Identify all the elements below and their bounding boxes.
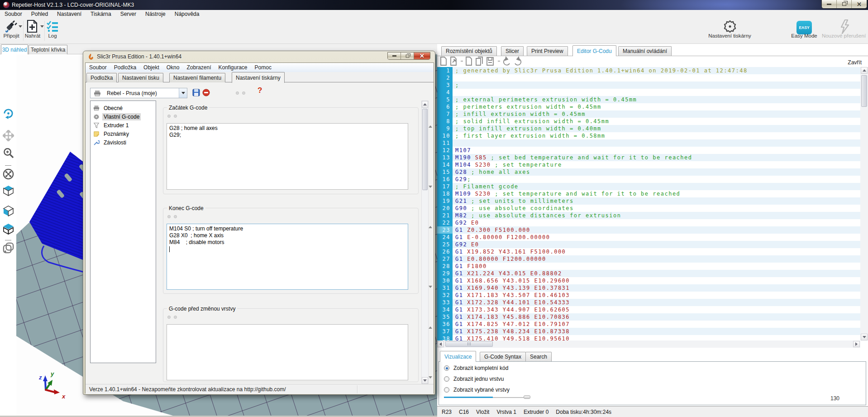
- menu-item[interactable]: Soubor: [0, 11, 27, 17]
- delete-preset-icon[interactable]: [202, 89, 210, 96]
- upload-dropdown-arrow[interactable]: [40, 25, 44, 28]
- gcode-line[interactable]: 30G1 X168.656 Y43.015 E10.29600: [437, 277, 860, 284]
- gcode-textarea[interactable]: G28 ; home all axes G29;: [167, 123, 408, 190]
- printer-settings-label[interactable]: Nastavení tiskárny: [708, 33, 751, 38]
- layer-slider-track[interactable]: [493, 397, 524, 398]
- zoom-icon[interactable]: [3, 147, 14, 158]
- layer-slider-filled[interactable]: [444, 397, 493, 398]
- gcode-line[interactable]: 19G21 ; set units to millimeters: [437, 197, 860, 205]
- gcode-line[interactable]: 5; external perimeters extrusion width =…: [437, 96, 860, 103]
- view-isometric-icon[interactable]: [3, 185, 14, 196]
- radio-label[interactable]: Zobrazit jednu vrstvu: [453, 376, 504, 382]
- gcode-textarea[interactable]: [167, 324, 408, 380]
- menu-item[interactable]: Pohled: [27, 11, 52, 17]
- gcode-editor[interactable]: 1; generated by Slic3r Prusa Edition 1.4…: [437, 67, 860, 340]
- gcode-line[interactable]: 20G90 ; use absolute coordinates: [437, 205, 860, 212]
- menu-item[interactable]: Server: [116, 11, 141, 17]
- tab-print-preview[interactable]: Print Preview: [527, 46, 568, 56]
- connect-icon[interactable]: [4, 20, 17, 34]
- upload-icon[interactable]: [26, 19, 38, 33]
- tab-temperature-curve[interactable]: Teplotní křivka: [29, 45, 67, 54]
- gcode-line[interactable]: 33G1 X172.328 Y44.101 E10.54333: [437, 299, 860, 306]
- tab-manu-ln-ovl-d-n-[interactable]: Manuální ovládání: [618, 46, 672, 56]
- printer-preset-combo[interactable]: Rebel - Prusa (moje): [90, 88, 187, 98]
- gcode-line[interactable]: 17; Filament gcode: [437, 183, 860, 190]
- tab-search[interactable]: Search: [525, 352, 552, 361]
- gcode-line[interactable]: 24G1 E-0.80000 F1200.00000: [437, 234, 860, 241]
- gcode-line[interactable]: 9; top infill extrusion width = 0.40mm: [437, 125, 860, 132]
- menu-item[interactable]: Konfigurace: [215, 64, 251, 71]
- settings-scrollbar[interactable]: [421, 101, 429, 384]
- gcode-line[interactable]: 3;: [437, 81, 860, 89]
- gcode-line[interactable]: 14M104 S230 ; set temperature: [437, 161, 860, 168]
- menu-item[interactable]: Tiskárna: [86, 11, 116, 17]
- gcode-line[interactable]: 25G92 E0: [437, 241, 860, 248]
- radio-zobrazit-kompletn-k-d[interactable]: [444, 365, 449, 371]
- radio-zobrazit-jednu-vrstvu[interactable]: [444, 376, 449, 382]
- settings-item-obecn-[interactable]: Obecné: [91, 104, 156, 112]
- tab-nastaven-filamentu[interactable]: Nastavení filamentu: [169, 73, 225, 82]
- gcode-line[interactable]: 16G29;: [437, 176, 860, 183]
- gcode-line[interactable]: 11: [437, 139, 860, 147]
- gcode-line[interactable]: 6; perimeters extrusion width = 0.45mm: [437, 103, 860, 110]
- easy-mode-label[interactable]: Easy Mode: [791, 33, 818, 38]
- layer-slider-thumb[interactable]: [524, 395, 530, 399]
- gcode-line[interactable]: 8; solid infill extrusion width = 0.45mm: [437, 118, 860, 125]
- close-button[interactable]: ✕: [852, 0, 867, 8]
- log-icon[interactable]: [46, 20, 59, 33]
- gcode-line[interactable]: 4: [437, 89, 860, 96]
- gcode-line[interactable]: 34G1 X173.343 Y44.907 E10.62605: [437, 306, 860, 313]
- rotate-view-icon[interactable]: [3, 108, 14, 119]
- tab-vizualizace[interactable]: Vizualizace: [440, 351, 476, 362]
- gcode-line[interactable]: 2: [437, 74, 860, 81]
- gcode-line[interactable]: 31G1 X169.940 Y43.139 E10.37831: [437, 284, 860, 292]
- tab-editor-g-codu[interactable]: Editor G-Codu: [572, 45, 616, 56]
- gcode-line[interactable]: 35G1 X174.183 Y45.886 E10.70836: [437, 313, 860, 321]
- connect-label[interactable]: Připojit: [0, 33, 23, 38]
- tab-rozm-st-n-objekt-[interactable]: Rozmístění objektů: [441, 46, 497, 56]
- radio-zobrazit-vybran-vrstvy[interactable]: [444, 387, 449, 393]
- gcode-line[interactable]: 27G1 E0.80000 F1200.00000: [437, 255, 860, 263]
- easy-mode-icon[interactable]: EASY: [796, 21, 812, 34]
- slic3r-minimize-button[interactable]: [388, 53, 401, 59]
- view-top-icon[interactable]: [3, 223, 14, 235]
- help-icon[interactable]: ?: [258, 86, 262, 95]
- tab-g-code-syntax[interactable]: G-Code Syntax: [480, 352, 526, 361]
- gcode-line[interactable]: 18M109 S230 ; set temperature and wait f…: [437, 190, 860, 197]
- tab-3d-view[interactable]: 3D náhled: [1, 44, 28, 54]
- gcode-line[interactable]: 7; infill extrusion width = 0.45mm: [437, 110, 860, 118]
- gcode-line[interactable]: 37G1 X175.238 Y48.234 E10.87338: [437, 328, 860, 335]
- menu-item[interactable]: Okno: [163, 64, 183, 71]
- radio-label[interactable]: Zobrazit vybrané vrstvy: [453, 387, 510, 393]
- tab-nastaven-tisk-rny[interactable]: Nastavení tiskárny: [232, 72, 285, 83]
- gcode-line[interactable]: 38G1 X175.410 Y49.518 E10.95610: [437, 335, 860, 340]
- gcode-line[interactable]: 26G1 X19.852 Y43.161 F5100.000: [437, 248, 860, 255]
- menu-item[interactable]: Zobrazení: [183, 64, 215, 71]
- gcode-line[interactable]: 36G1 X174.825 Y47.012 E10.79107: [437, 321, 860, 328]
- menu-item[interactable]: Nápověda: [170, 11, 204, 17]
- menu-item[interactable]: Pomoc: [251, 64, 275, 71]
- settings-item-vlastn-g-code[interactable]: Vlastní G-code: [91, 112, 156, 121]
- slic3r-restore-button[interactable]: [401, 53, 414, 59]
- settings-item-extruder-1[interactable]: Extruder 1: [91, 121, 156, 129]
- settings-item-pozn-mky[interactable]: Poznámky: [91, 129, 156, 138]
- gcode-line[interactable]: 22G92 E0: [437, 219, 860, 226]
- gcode-line[interactable]: 13M190 S85 ; set bed temperature and wai…: [437, 154, 860, 161]
- menu-item[interactable]: Soubor: [86, 64, 110, 71]
- slic3r-titlebar[interactable]: Slic3r Prusa Edition - 1.40.1+win64 ✕: [83, 51, 435, 62]
- printer-settings-icon[interactable]: [723, 19, 737, 34]
- connect-dropdown-arrow[interactable]: [19, 25, 22, 28]
- log-label[interactable]: Log: [46, 33, 59, 38]
- gcode-line[interactable]: 29G1 X21.224 Y43.015 E0.88802: [437, 270, 860, 277]
- gcode-line[interactable]: 32G1 X171.183 Y43.507 E10.46103: [437, 292, 860, 299]
- minimize-button[interactable]: [822, 0, 837, 8]
- menu-item[interactable]: Nástroje: [141, 11, 170, 17]
- fit-view-icon[interactable]: [3, 168, 14, 180]
- gcode-line[interactable]: 28G1 F1800: [437, 263, 860, 270]
- object-group-icon[interactable]: [3, 242, 14, 254]
- gcode-line[interactable]: 15G28 ; home all axes: [437, 168, 860, 176]
- menu-item[interactable]: Nastavení: [52, 11, 86, 17]
- gcode-textarea[interactable]: M104 S0 ; turn off temperature G28 X0 ; …: [167, 224, 408, 290]
- restore-button[interactable]: [837, 0, 852, 8]
- editor-horizontal-scrollbar[interactable]: [437, 340, 860, 348]
